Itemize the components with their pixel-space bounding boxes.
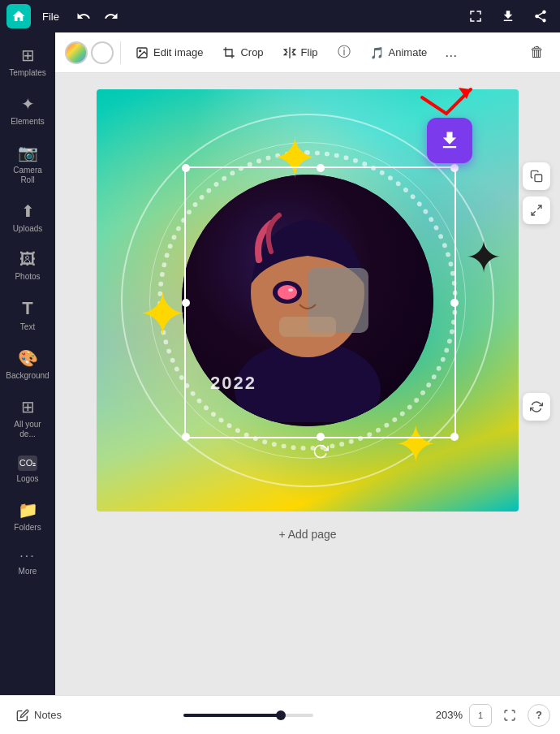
bottom-bar: Notes 203% 1 ? <box>0 695 560 734</box>
sidebar-item-text[interactable]: T Text <box>3 291 52 339</box>
zoom-control <box>75 714 422 717</box>
resize-icon[interactable] <box>463 3 489 29</box>
notes-button[interactable]: Notes <box>10 706 68 725</box>
download-top-button[interactable] <box>495 3 521 29</box>
add-page-button[interactable]: + Add page <box>97 518 519 550</box>
redo-button[interactable] <box>98 3 124 29</box>
sparkle-top: ✦ <box>271 130 319 187</box>
templates-icon: ⊞ <box>21 45 35 65</box>
handle-br[interactable] <box>450 433 459 441</box>
sidebar-item-photos[interactable]: 🖼 Photos <box>3 244 52 288</box>
year-label: 2022 <box>210 373 256 394</box>
color-white-swatch[interactable] <box>91 41 114 64</box>
undo-button[interactable] <box>71 3 97 29</box>
photos-icon: 🖼 <box>19 250 36 269</box>
sparkle-right: ✦ <box>465 235 502 280</box>
uploads-icon: ⬆ <box>21 201 35 221</box>
logos-icon: CO₂ <box>18 456 38 471</box>
sparkle-left: ✦ <box>137 284 188 345</box>
flip-button[interactable]: Flip <box>275 41 326 64</box>
page-navigation: 1 <box>469 704 492 727</box>
download-overlay-button[interactable] <box>427 118 472 163</box>
color-gradient-swatch[interactable] <box>65 41 88 64</box>
sidebar-item-background[interactable]: 🎨 Background <box>3 342 52 387</box>
text-icon: T <box>22 298 32 319</box>
secondary-toolbar: Edit image Crop Flip ⓘ 🎵 Animate ... 🗑 <box>55 32 560 73</box>
file-menu[interactable]: File <box>36 7 66 26</box>
animate-button[interactable]: 🎵 Animate <box>362 41 436 64</box>
zoom-slider[interactable] <box>183 714 313 717</box>
sparkle-bottom: ✦ <box>394 418 437 471</box>
zoom-percentage: 203% <box>429 709 463 721</box>
elements-icon: ✦ <box>21 94 35 114</box>
refresh-button[interactable] <box>523 393 550 421</box>
sidebar-item-camera-roll[interactable]: 📷 Camera Roll <box>3 136 52 192</box>
help-button[interactable]: ? <box>528 704 550 727</box>
svg-point-7 <box>278 285 297 300</box>
sidebar-item-templates[interactable]: ⊞ Templates <box>3 39 52 84</box>
sidebar-item-elements[interactable]: ✦ Elements <box>3 88 52 133</box>
handle-tr[interactable] <box>450 164 459 172</box>
info-button[interactable]: ⓘ <box>330 39 359 66</box>
copy-size-button[interactable] <box>523 162 550 190</box>
sidebar-item-uploads[interactable]: ⬆ Uploads <box>3 195 52 240</box>
top-right-icons <box>463 3 554 29</box>
delete-button[interactable]: 🗑 <box>524 40 550 66</box>
sidebar-item-logos[interactable]: CO₂ Logos <box>3 449 52 490</box>
zoom-knob[interactable] <box>276 710 286 720</box>
share-button[interactable] <box>528 3 554 29</box>
canvas-tools-right <box>523 162 550 421</box>
background-icon: 🎨 <box>18 348 38 368</box>
svg-rect-9 <box>279 317 336 337</box>
canvas-wrapper: ✦ ✦ ✦ ✦ 2022 + Add page <box>55 73 560 695</box>
page-indicator[interactable]: 1 <box>469 704 492 727</box>
canvas-area: ✦ ✦ ✦ ✦ 2022 + Add page <box>55 73 560 695</box>
toolbar-divider-1 <box>120 41 121 64</box>
fullscreen-button[interactable] <box>498 704 521 727</box>
zoom-fill <box>183 714 281 717</box>
svg-rect-2 <box>535 175 542 182</box>
all-icon: ⊞ <box>21 397 35 417</box>
top-bar: File <box>0 0 560 32</box>
svg-point-1 <box>140 50 141 51</box>
undo-redo-group <box>71 3 124 29</box>
edit-image-button[interactable]: Edit image <box>127 41 211 64</box>
svg-point-8 <box>288 288 293 291</box>
folders-icon: 📁 <box>18 500 38 520</box>
sidebar: ⊞ Templates ✦ Elements 📷 Camera Roll ⬆ U… <box>0 32 55 695</box>
sidebar-item-folders[interactable]: 📁 Folders <box>3 494 52 539</box>
more-options-button[interactable]: ... <box>438 41 463 64</box>
home-button[interactable] <box>6 4 31 28</box>
sidebar-item-more[interactable]: ··· More <box>3 542 52 583</box>
more-icon: ··· <box>19 549 35 563</box>
sidebar-item-all[interactable]: ⊞ All your de... <box>3 391 52 446</box>
crop-button[interactable]: Crop <box>214 41 271 64</box>
expand-button[interactable] <box>523 196 550 224</box>
camera-roll-icon: 📷 <box>18 143 38 162</box>
